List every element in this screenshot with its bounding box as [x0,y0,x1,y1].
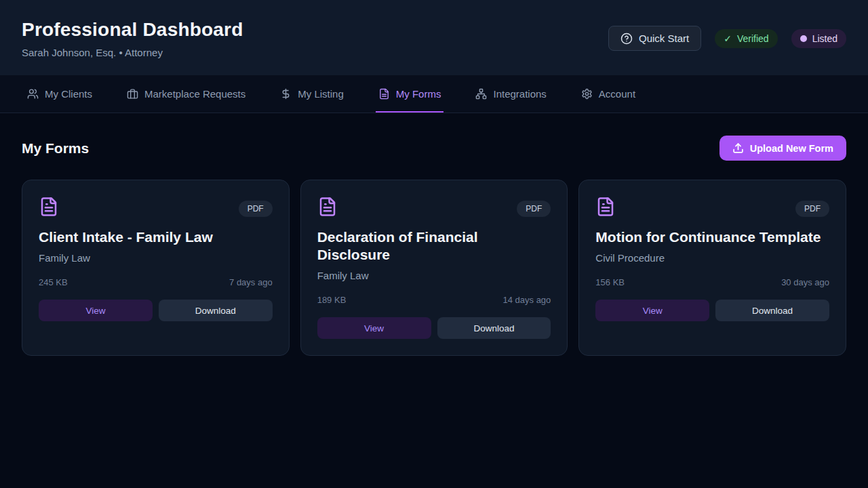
tab-my-listing[interactable]: My Listing [277,75,347,113]
file-text-icon [317,197,338,217]
form-title: Client Intake - Family Law [39,228,273,246]
listed-label: Listed [812,33,837,44]
header: Professional Dashboard Sarah Johnson, Es… [0,0,868,75]
file-type-badge: PDF [517,201,551,217]
updated-time: 30 days ago [781,277,829,287]
file-size: 189 KB [317,295,347,305]
section-heading: My Forms [22,140,89,157]
form-card: PDF Declaration of Financial Disclosure … [300,180,568,356]
form-card: PDF Motion for Continuance Template Civi… [578,180,846,356]
dot-icon [800,35,807,42]
listed-badge: Listed [791,29,846,48]
form-card: PDF Client Intake - Family Law Family La… [22,180,290,356]
file-text-icon [378,88,390,100]
file-type-badge: PDF [239,201,273,217]
form-category: Civil Procedure [595,252,829,264]
users-icon [27,88,39,100]
page-title: Professional Dashboard [22,19,243,41]
verified-badge: ✓ Verified [715,29,777,48]
file-size: 245 KB [39,277,68,287]
check-icon: ✓ [724,33,732,44]
download-button[interactable]: Download [159,300,273,321]
form-title: Motion for Continuance Template [595,228,829,246]
tab-label: My Forms [396,88,441,100]
form-category: Family Law [39,252,273,264]
quick-start-button[interactable]: Quick Start [608,26,701,51]
file-text-icon [595,197,616,217]
view-button[interactable]: View [595,300,709,321]
tab-label: Account [599,88,635,100]
tab-marketplace-requests[interactable]: Marketplace Requests [124,75,248,113]
tab-account[interactable]: Account [578,75,638,113]
primary-nav: My Clients Marketplace Requests My Listi… [0,75,868,113]
view-button[interactable]: View [317,317,431,339]
forms-grid: PDF Client Intake - Family Law Family La… [22,180,846,356]
briefcase-icon [127,88,138,100]
form-category: Family Law [317,270,551,281]
dollar-icon [280,88,292,100]
user-subtitle: Sarah Johnson, Esq. • Attorney [22,47,243,58]
file-size: 156 KB [595,277,625,287]
updated-time: 7 days ago [229,277,273,287]
tab-my-clients[interactable]: My Clients [24,75,95,113]
gear-icon [581,88,593,100]
tab-my-forms[interactable]: My Forms [376,75,444,113]
upload-button-label: Upload New Form [750,143,833,154]
main-content: My Forms Upload New Form PDF Client Inta… [0,136,868,356]
download-button[interactable]: Download [715,300,829,321]
tab-label: Integrations [493,88,546,100]
view-button[interactable]: View [39,300,153,321]
updated-time: 14 days ago [502,295,551,305]
tab-label: My Clients [45,88,92,100]
file-type-badge: PDF [795,201,829,217]
network-icon [475,88,487,100]
form-title: Declaration of Financial Disclosure [317,228,551,264]
verified-label: Verified [737,33,769,44]
file-text-icon [39,197,59,217]
help-circle-icon [620,33,633,45]
tab-label: My Listing [298,88,344,100]
tab-integrations[interactable]: Integrations [473,75,549,113]
quick-start-label: Quick Start [639,33,689,44]
upload-icon [732,142,744,154]
upload-new-form-button[interactable]: Upload New Form [719,136,846,161]
tab-label: Marketplace Requests [144,88,245,100]
download-button[interactable]: Download [437,317,551,339]
